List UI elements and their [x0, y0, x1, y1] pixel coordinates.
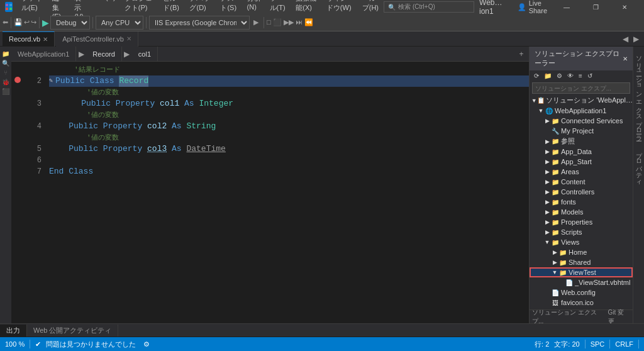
code-line-7-end[interactable]: End Class: [49, 166, 529, 177]
editor-nav-add-btn[interactable]: +: [514, 50, 529, 58]
editor-nav-member[interactable]: col1: [132, 47, 158, 61]
tree-scripts[interactable]: ▶ 📁 Scripts: [530, 227, 633, 237]
tree-models[interactable]: ▶ 📁 Models: [530, 207, 633, 217]
tree-models-label: Models: [561, 208, 583, 216]
sol-sync-btn[interactable]: ⟳: [532, 72, 541, 80]
tree-toggle-controllers[interactable]: ▶: [543, 189, 551, 195]
tree-toggle-fonts[interactable]: ▶: [543, 199, 551, 205]
tree-toggle-views[interactable]: ▼: [543, 239, 551, 245]
tree-toggle-project[interactable]: ▼: [537, 108, 545, 114]
activity-search-icon[interactable]: 🔍: [2, 58, 9, 68]
tree-connected-label: Connected Services: [561, 117, 623, 125]
toolbar-redo-icon[interactable]: ↪: [31, 18, 36, 26]
status-settings-icon[interactable]: ⚙: [143, 340, 150, 348]
tree-toggle-content[interactable]: ▶: [543, 179, 551, 185]
code-comment-3: '値の変数: [87, 109, 119, 121]
editor-nav-class[interactable]: Record: [86, 47, 121, 61]
tree-toggle-scripts[interactable]: ▶: [543, 229, 551, 235]
search-box[interactable]: 🔍 検索 (Ctrl+Q): [384, 1, 474, 13]
tab-scroll-right[interactable]: ▶: [631, 35, 641, 43]
tree-views[interactable]: ▼ 📁 Views: [530, 237, 633, 247]
editor-nav-project[interactable]: WebApplication1: [11, 47, 76, 61]
sol-git-label[interactable]: Git 変更: [608, 308, 630, 324]
tree-properties[interactable]: ▶ 📁 Properties: [530, 217, 633, 227]
vtab-properties[interactable]: プロパティ: [633, 143, 645, 187]
tree-app-start[interactable]: ▶ 📁 App_Start: [530, 157, 633, 167]
activity-bar: 📁 🔍 ⑂ 🐞 ⬛: [0, 47, 11, 323]
live-share-btn[interactable]: 👤 Live Share: [513, 0, 552, 14]
platform-dropdown[interactable]: Any CPU: [96, 16, 143, 30]
code-text[interactable]: '結果レコード ✎ Public Class Record '値の変数 Publ…: [47, 62, 529, 323]
code-line-5[interactable]: Public Property col3 As DateTime: [49, 143, 529, 155]
bp-line-2[interactable]: [11, 74, 24, 86]
tab-record-vb-close[interactable]: ✕: [43, 36, 48, 43]
tree-fonts[interactable]: ▶ 📁 fonts: [530, 197, 633, 207]
restore-button[interactable]: ❐: [581, 0, 610, 14]
status-encoding[interactable]: SPC: [591, 340, 605, 348]
code-line-3[interactable]: Public Property col1 As Integer: [49, 98, 529, 109]
code-comment-1: '結果レコード: [74, 64, 120, 75]
minimize-button[interactable]: —: [552, 0, 581, 14]
tab-api-controller[interactable]: ApiTestController.vb ✕: [56, 31, 138, 47]
tree-home[interactable]: ▶ 📁 Home: [530, 247, 633, 257]
toolbar-save-icon[interactable]: 💾: [14, 18, 23, 26]
code-line-4[interactable]: Public Property col2 As String: [49, 121, 529, 132]
tree-toggle-appdata[interactable]: ▶: [543, 148, 551, 155]
tree-toggle-home[interactable]: ▶: [551, 249, 558, 255]
tree-toggle-shared[interactable]: ▶: [551, 259, 558, 265]
tab-api-close[interactable]: ✕: [126, 35, 131, 42]
tab-record-vb[interactable]: Record.vb ✕: [3, 31, 55, 47]
tree-toggle-models[interactable]: ▶: [543, 209, 551, 215]
sol-settings-btn[interactable]: ⚙: [555, 72, 564, 80]
tree-viewstart[interactable]: 📄 _ViewStart.vbhtml: [530, 277, 633, 287]
activity-ext-icon[interactable]: ⬛: [2, 87, 9, 96]
sol-filter-btn[interactable]: ≡: [577, 72, 584, 80]
tab-scroll-left[interactable]: ◀: [620, 35, 631, 43]
toolbar-start-icon[interactable]: ▶: [42, 18, 49, 28]
tree-solution-root[interactable]: ▼ 📋 ソリューション 'WebApplication': [530, 95, 633, 106]
tree-toggle-viewtest[interactable]: ▼: [551, 269, 558, 276]
vtab-solution[interactable]: ソリューション エクスプローラー: [633, 47, 645, 143]
tree-content[interactable]: ▶ 📁 Content: [530, 177, 633, 187]
browser-dropdown[interactable]: IIS Express (Google Chrome): [149, 16, 250, 30]
tree-webconfig-views[interactable]: 📄 Web.config: [530, 287, 633, 298]
activity-debug-icon[interactable]: 🐞: [2, 77, 9, 87]
tree-areas[interactable]: ▶ 📁 Areas: [530, 167, 633, 177]
close-button[interactable]: ✕: [610, 0, 639, 14]
tree-toggle-areas[interactable]: ▶: [543, 169, 551, 175]
tree-shared[interactable]: ▶ 📁 Shared: [530, 257, 633, 267]
tree-toggle-properties[interactable]: ▶: [543, 219, 551, 225]
solution-explorer-close[interactable]: ✕: [623, 55, 628, 62]
tree-my-project[interactable]: 🔧 My Project: [530, 126, 633, 136]
tree-toggle-connected[interactable]: ▶: [543, 118, 551, 124]
panel-tab-output[interactable]: 出力: [0, 325, 27, 337]
menu-help[interactable]: ヘルプ(H): [358, 0, 384, 21]
tree-controllers[interactable]: ▶ 📁 Controllers: [530, 187, 633, 197]
activity-git-icon[interactable]: ⑂: [4, 68, 8, 77]
solution-search-input[interactable]: [532, 82, 630, 94]
code-line-2[interactable]: ✎ Public Class Record: [49, 75, 529, 87]
activity-explore-icon[interactable]: 📁: [2, 49, 9, 58]
code-editor[interactable]: 2 3 4 5 6 7 '結果レコード ✎ Public Class Recor…: [11, 62, 529, 323]
toolbar-run-btn[interactable]: ▶: [251, 18, 261, 26]
status-line-ending[interactable]: CRLF: [615, 340, 633, 348]
tree-connected-services[interactable]: ▶ 📁 Connected Services: [530, 116, 633, 126]
status-issues[interactable]: 問題は見つかりませんでした: [46, 340, 136, 349]
sol-preview-btn[interactable]: 👁: [565, 72, 575, 80]
toolbar-back-icon[interactable]: ⬅: [3, 18, 8, 26]
toolbar-undo-icon[interactable]: ↩: [24, 18, 30, 26]
tree-references[interactable]: ▶ 📁 参照: [530, 136, 633, 147]
tree-toggle-refs[interactable]: ▶: [543, 138, 551, 145]
status-zoom[interactable]: 100 %: [5, 340, 25, 348]
menu-window[interactable]: ウィンドウ(W): [323, 0, 357, 21]
debug-config-dropdown[interactable]: Debug: [50, 16, 90, 30]
tree-favicon[interactable]: 🖼 favicon.ico: [530, 298, 633, 308]
tree-toggle-solution[interactable]: ▼: [531, 98, 537, 104]
tree-toggle-appstart[interactable]: ▶: [543, 159, 551, 165]
sol-new-folder-btn[interactable]: 📁: [542, 72, 553, 80]
tree-app-data[interactable]: ▶ 📁 App_Data: [530, 147, 633, 157]
sol-refresh-btn[interactable]: ↺: [586, 72, 594, 80]
tree-viewtest[interactable]: ▼ 📁 ViewTest: [530, 267, 633, 277]
tree-project[interactable]: ▼ 🌐 WebApplication1: [530, 106, 633, 116]
panel-tab-web-publish[interactable]: Web 公開アクティビティ: [27, 325, 118, 337]
